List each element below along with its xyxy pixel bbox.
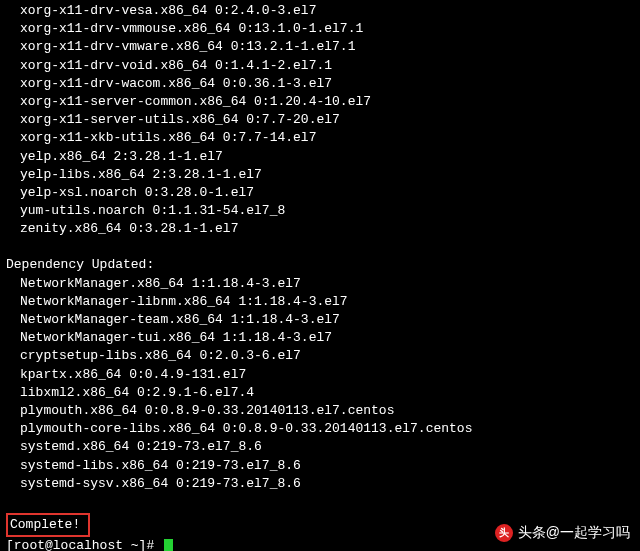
package-list-dependency: NetworkManager.x86_64 1:1.18.4-3.el7Netw… xyxy=(6,275,634,493)
package-list-top: xorg-x11-drv-vesa.x86_64 0:2.4.0-3.el7xo… xyxy=(6,2,634,238)
package-line: xorg-x11-server-utils.x86_64 0:7.7-20.el… xyxy=(6,111,634,129)
package-line: systemd-libs.x86_64 0:219-73.el7_8.6 xyxy=(6,457,634,475)
package-line: cryptsetup-libs.x86_64 0:2.0.3-6.el7 xyxy=(6,347,634,365)
watermark-text: 头条@一起学习吗 xyxy=(518,523,630,543)
package-line: plymouth.x86_64 0:0.8.9-0.33.20140113.el… xyxy=(6,402,634,420)
watermark-logo-icon: 头 xyxy=(495,524,513,542)
package-line: NetworkManager-tui.x86_64 1:1.18.4-3.el7 xyxy=(6,329,634,347)
package-line: yelp-libs.x86_64 2:3.28.1-1.el7 xyxy=(6,166,634,184)
package-line: libxml2.x86_64 0:2.9.1-6.el7.4 xyxy=(6,384,634,402)
package-line: zenity.x86_64 0:3.28.1-1.el7 xyxy=(6,220,634,238)
complete-highlight-box: Complete! xyxy=(6,513,90,537)
package-line: yelp-xsl.noarch 0:3.28.0-1.el7 xyxy=(6,184,634,202)
shell-prompt-text: [root@localhost ~]# xyxy=(6,538,162,551)
package-line: xorg-x11-drv-vmware.x86_64 0:13.2.1-1.el… xyxy=(6,38,634,56)
package-line: xorg-x11-drv-wacom.x86_64 0:0.36.1-3.el7 xyxy=(6,75,634,93)
blank-line xyxy=(6,493,634,511)
package-line: xorg-x11-drv-vmmouse.x86_64 0:13.1.0-1.e… xyxy=(6,20,634,38)
package-line: NetworkManager.x86_64 1:1.18.4-3.el7 xyxy=(6,275,634,293)
complete-text: Complete! xyxy=(10,517,80,532)
package-line: systemd-sysv.x86_64 0:219-73.el7_8.6 xyxy=(6,475,634,493)
watermark: 头 头条@一起学习吗 xyxy=(495,523,630,543)
package-line: xorg-x11-drv-vesa.x86_64 0:2.4.0-3.el7 xyxy=(6,2,634,20)
package-line: kpartx.x86_64 0:0.4.9-131.el7 xyxy=(6,366,634,384)
dependency-updated-header: Dependency Updated: xyxy=(6,256,634,274)
package-line: xorg-x11-drv-void.x86_64 0:1.4.1-2.el7.1 xyxy=(6,57,634,75)
package-line: xorg-x11-server-common.x86_64 0:1.20.4-1… xyxy=(6,93,634,111)
package-line: NetworkManager-libnm.x86_64 1:1.18.4-3.e… xyxy=(6,293,634,311)
package-line: plymouth-core-libs.x86_64 0:0.8.9-0.33.2… xyxy=(6,420,634,438)
package-line: NetworkManager-team.x86_64 1:1.18.4-3.el… xyxy=(6,311,634,329)
package-line: systemd.x86_64 0:219-73.el7_8.6 xyxy=(6,438,634,456)
blank-line xyxy=(6,238,634,256)
package-line: xorg-x11-xkb-utils.x86_64 0:7.7-14.el7 xyxy=(6,129,634,147)
package-line: yum-utils.noarch 0:1.1.31-54.el7_8 xyxy=(6,202,634,220)
cursor-icon xyxy=(164,539,173,551)
package-line: yelp.x86_64 2:3.28.1-1.el7 xyxy=(6,148,634,166)
